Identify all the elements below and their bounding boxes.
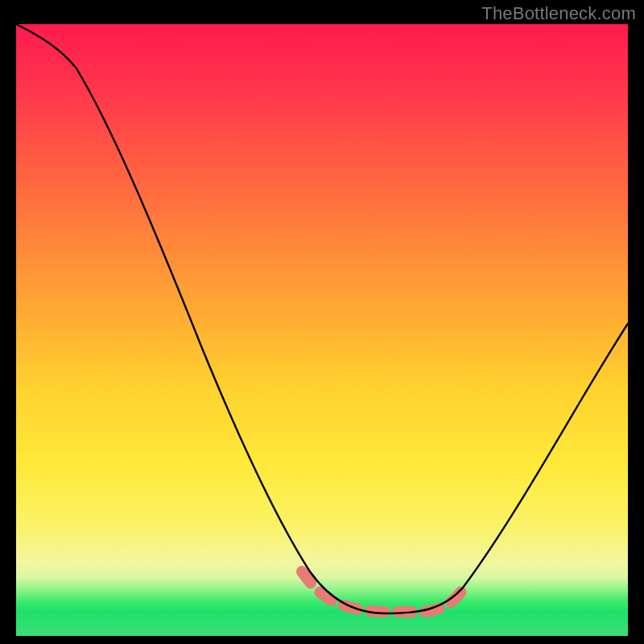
bottleneck-curve [16, 24, 628, 613]
watermark-text: TheBottleneck.com [481, 3, 636, 24]
chart-stage: TheBottleneck.com [0, 0, 644, 644]
plot-area [16, 24, 628, 636]
curve-layer [16, 24, 628, 636]
